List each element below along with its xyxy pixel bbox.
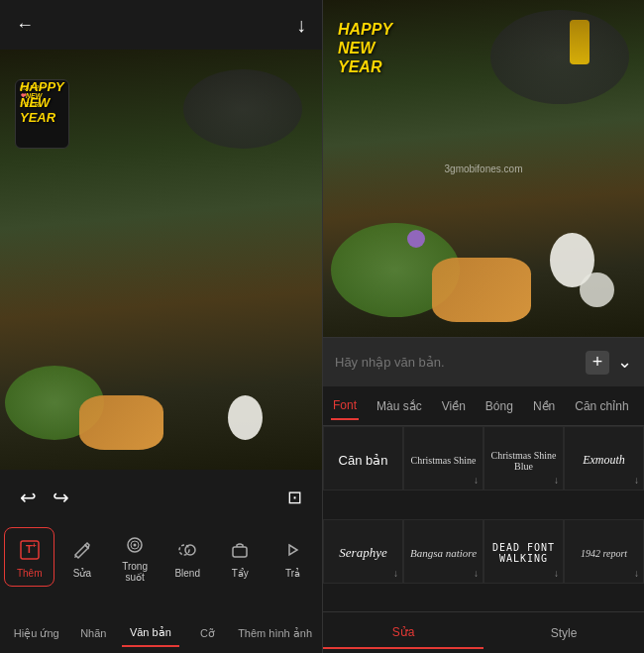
left-food-image: HAPPY❤NEWYEAR HAPPY NEW YEAR xyxy=(0,50,322,470)
trong-suot-label: Trong suốt xyxy=(114,561,157,583)
font-item-christmas-blue[interactable]: Christmas Shine Blue ↓ xyxy=(483,426,564,490)
left-panel: ← ↓ HAPPY❤NEWYEAR HAPPY NEW YEAR ↩ ↪ xyxy=(0,0,322,653)
download-icon-1942: ↓ xyxy=(634,568,639,579)
toolbar-item-blend[interactable]: Blend xyxy=(162,527,213,587)
sua-icon xyxy=(68,536,96,564)
font-tab-can-chinh[interactable]: Căn chỉnh xyxy=(573,393,630,419)
download-icon-dead: ↓ xyxy=(554,568,559,579)
text-input-area: + ⌄ xyxy=(323,337,644,386)
tra-label: Trả xyxy=(285,568,300,579)
tra-icon xyxy=(278,536,306,564)
text-input-buttons: + ⌄ xyxy=(586,351,632,375)
sua-label: Sửa xyxy=(73,568,91,579)
blend-label: Blend xyxy=(174,568,200,579)
blend-icon xyxy=(173,536,201,564)
toolbar-item-them[interactable]: T + Thêm xyxy=(4,527,54,587)
font-name-seraphye: Seraphye xyxy=(339,545,386,561)
right-tab-sua[interactable]: Sửa xyxy=(323,617,483,649)
font-item-dead[interactable]: DEAD FONT WALKING ↓ xyxy=(483,519,564,584)
font-tabs: Font Màu sắc Viền Bóng Nền Căn chỉnh xyxy=(323,386,644,426)
undo-redo-bar: ↩ ↪ ⊡ xyxy=(0,470,322,524)
font-item-1942[interactable]: 1942 report ↓ xyxy=(564,519,644,584)
font-tab-font[interactable]: Font xyxy=(331,392,359,420)
toolbar-items-row: T + Thêm Sửa xyxy=(0,524,322,589)
tab-nhan[interactable]: Nhãn xyxy=(65,621,123,645)
watermark-text: 3gmobifones.com xyxy=(445,163,523,174)
svg-point-7 xyxy=(185,545,195,555)
trong-suot-icon xyxy=(121,533,149,557)
undo-redo-group: ↩ ↪ xyxy=(20,486,69,509)
toolbar-item-sua[interactable]: Sửa xyxy=(56,527,107,587)
right-image-area: HAPPY NEW YEAR 3gmobifones.com xyxy=(323,0,644,337)
left-top-bar: ← ↓ xyxy=(0,0,322,50)
left-toolbar: T + Thêm Sửa xyxy=(0,524,322,613)
download-icon-exmouth: ↓ xyxy=(634,475,639,486)
download-icon-seraphye: ↓ xyxy=(393,568,398,579)
font-grid: Căn bản Christmas Shine ↓ Christmas Shin… xyxy=(323,426,644,611)
expand-button[interactable]: ⌄ xyxy=(617,351,632,375)
font-name-dead: DEAD FONT WALKING xyxy=(488,542,559,564)
download-icon-bangsa: ↓ xyxy=(474,568,479,579)
font-item-christmas-shine[interactable]: Christmas Shine ↓ xyxy=(403,426,483,490)
add-text-button[interactable]: + xyxy=(586,351,609,375)
back-button[interactable]: ← xyxy=(16,15,34,36)
svg-point-5 xyxy=(134,543,137,546)
toolbar-item-tay[interactable]: Tẩy xyxy=(215,527,266,587)
happy-new-year-overlay-left: HAPPY NEW YEAR xyxy=(20,79,64,126)
font-name-bangsa: Bangsa natiore xyxy=(410,547,477,559)
font-name-can-ban: Căn bản xyxy=(339,453,388,468)
tab-hieu-ung[interactable]: Hiệu ứng xyxy=(8,621,65,646)
svg-text:+: + xyxy=(32,541,37,550)
toolbar-item-trong-suot[interactable]: Trong suốt xyxy=(110,527,161,587)
download-button[interactable]: ↓ xyxy=(296,14,306,37)
right-bottom-tabs: Sửa Style xyxy=(323,611,644,653)
font-name-christmas-shine: Christmas Shine xyxy=(411,455,477,466)
download-icon-christmas-blue: ↓ xyxy=(554,475,559,486)
svg-marker-9 xyxy=(289,545,297,555)
right-food-image: HAPPY NEW YEAR 3gmobifones.com xyxy=(323,0,644,337)
right-panel: HAPPY NEW YEAR 3gmobifones.com + ⌄ Font … xyxy=(322,0,644,653)
font-name-christmas-blue: Christmas Shine Blue xyxy=(488,450,559,472)
font-item-exmouth[interactable]: Exmouth ↓ xyxy=(564,426,644,490)
undo-button[interactable]: ↩ xyxy=(20,486,37,509)
tay-label: Tẩy xyxy=(232,568,249,579)
font-tab-bong[interactable]: Bóng xyxy=(483,393,515,419)
bottom-tabs: Hiệu ứng Nhãn Văn bản Cỡ Thêm hình ảnh xyxy=(0,613,322,653)
font-name-1942: 1942 report xyxy=(581,548,627,559)
layout-button[interactable]: ⊡ xyxy=(287,487,302,508)
tab-van-ban[interactable]: Văn bản xyxy=(122,620,179,647)
right-happy-new-year-text: HAPPY NEW YEAR xyxy=(338,20,392,77)
font-tab-mau-sac[interactable]: Màu sắc xyxy=(375,393,424,419)
redo-button[interactable]: ↪ xyxy=(53,486,69,509)
font-item-bangsa[interactable]: Bangsa natiore ↓ xyxy=(403,519,483,584)
tab-them-hinh-anh[interactable]: Thêm hình ảnh xyxy=(236,621,314,646)
font-name-exmouth: Exmouth xyxy=(583,453,625,468)
them-label: Thêm xyxy=(17,568,43,579)
font-item-can-ban[interactable]: Căn bản xyxy=(323,426,403,490)
them-icon: T + xyxy=(16,536,44,564)
svg-rect-8 xyxy=(233,547,247,557)
font-tab-vien[interactable]: Viền xyxy=(440,393,468,419)
download-icon-christmas: ↓ xyxy=(474,475,479,486)
font-tab-nen[interactable]: Nền xyxy=(531,393,557,419)
font-item-seraphye[interactable]: Seraphye ↓ xyxy=(323,519,403,584)
tay-icon xyxy=(226,536,254,564)
left-image-area: HAPPY❤NEWYEAR HAPPY NEW YEAR xyxy=(0,50,322,470)
tab-co[interactable]: Cỡ xyxy=(179,621,237,646)
toolbar-item-tra[interactable]: Trả xyxy=(268,527,318,587)
right-tab-style[interactable]: Style xyxy=(483,618,644,648)
text-input-field[interactable] xyxy=(335,355,578,370)
